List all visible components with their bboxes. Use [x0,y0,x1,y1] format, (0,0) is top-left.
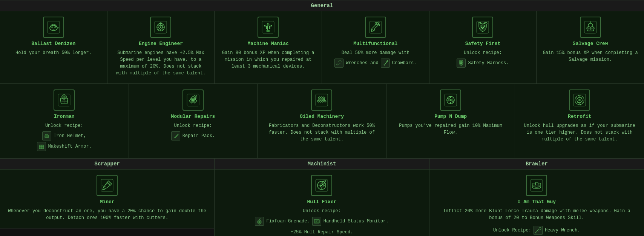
svg-point-12 [268,24,270,26]
talent-desc-multifunctional: Deal 50% more damage with Wrenches and C… [334,49,416,68]
section-brawler: Brawler I Am That Guy Inflict [429,159,644,236]
talent-name-retrofit: Retrofit [568,114,591,119]
svg-point-11 [267,24,268,26]
iron-helmet-label: Iron Helmet, [54,133,86,139]
safety-harness-label: Safety Harness. [468,60,509,66]
talent-desc-retrofit: Unlock hull upgrades as if your submarin… [521,122,638,143]
bottom-sections: Scrapper Miner Whenever you deconstruct … [0,159,644,236]
talent-desc-ballast-denizen: Hold your breath 50% longer. [15,49,92,56]
talent-desc-hull-fixer: Unlock recipe: Fixfoam Grenade, [255,208,388,236]
talent-icon-engine-engineer [150,17,171,38]
talent-name-hull-fixer: Hull Fixer [307,199,336,205]
svg-point-62 [539,186,540,187]
svg-point-34 [194,100,195,102]
talent-name-miner: Miner [100,199,115,205]
talent-icon-hull-fixer [311,175,332,196]
talent-miner[interactable]: Miner Whenever you deconstruct an ore, y… [0,170,214,228]
talent-desc-machine-maniac: Gain 80 bonus XP when completing a missi… [221,49,316,70]
section-header-scrapper: Scrapper [0,159,214,170]
talent-name-pump-n-dump: Pump N Dump [434,114,467,119]
talent-icon-ironman [54,89,75,111]
svg-point-22 [590,22,591,24]
talent-hull-fixer[interactable]: Hull Fixer Unlock recipe: Fixfoam Grenad… [215,170,429,236]
talent-desc-modular-repairs: Unlock recipe: Repair Pack. [171,122,215,140]
crowbar-icon [381,59,390,68]
talent-retrofit[interactable]: Retrofit Unlock hull upgrades as if your… [515,84,644,158]
talent-icon-safety-first [472,17,493,38]
talent-name-ironman: Ironman [54,114,75,119]
talent-name-ballast-denizen: Ballast Denizen [31,41,75,46]
svg-point-61 [534,186,535,187]
talent-engine-engineer[interactable]: Engine Engineer Submarine engines have +… [107,11,215,84]
talent-name-salvage-crew: Salvage Crew [573,41,608,46]
fixfoam-grenade-icon [255,217,264,226]
section-scrapper: Scrapper Miner Whenever you deconstruct … [0,159,215,236]
iron-helmet-icon [42,131,51,140]
talent-ballast-denizen[interactable]: Ballast Denizen Hold your breath 50% lon… [0,11,107,84]
talent-desc-oiled-machinery: Fabricators and Deconstructors work 50% … [264,122,380,143]
talent-ironman[interactable]: Ironman Unlock recipe: Iron Helmet, [0,84,129,158]
repair-pack-icon [171,131,180,140]
talent-icon-salvage-crew [580,17,601,38]
svg-rect-10 [266,30,270,32]
talent-icon-i-am-that-guy [526,175,547,196]
talent-modular-repairs[interactable]: Modular Repairs Unlock recipe: Repair Pa… [129,84,258,158]
wrench-label: Wrenches and [346,60,378,66]
section-machinist: Machinist Hull Fixer Unlock recipe: [215,159,429,236]
makeshift-armor-label: Makeshift Armor. [48,143,92,150]
talent-safety-first[interactable]: Safety First Unlock recipe: Safety Harne… [429,11,537,84]
talent-icon-miner [97,175,118,196]
fixfoam-grenade-label: Fixfoam Grenade, [266,218,310,225]
talent-desc-safety-first: Unlock recipe: Safety Harness. [457,49,509,68]
talent-name-oiled-machinery: Oiled Machinery [300,114,344,119]
talent-icon-oiled-machinery [311,89,332,111]
talent-name-engine-engineer: Engine Engineer [139,41,183,46]
repair-pack-label: Repair Pack. [182,133,215,139]
svg-line-63 [535,232,536,233]
talent-desc-engine-engineer: Submarine engines have +2.5% Max Speed p… [113,49,209,77]
talent-recipe-i-am-that-guy: Unlock Recipe: Heavy Wrench. [493,224,580,235]
talent-icon-pump-n-dump [440,89,461,111]
svg-line-15 [337,65,337,65]
talent-name-machine-maniac: Machine Maniac [248,41,289,46]
svg-point-41 [450,100,451,101]
svg-rect-54 [315,220,319,222]
talent-desc-miner: Whenever you deconstruct an ore, you hav… [6,208,208,221]
talent-i-am-that-guy[interactable]: I Am That Guy Inflict 20% more Blunt For… [429,170,644,236]
talent-desc-salvage-crew: Gain 15% bonus XP when completing a Salv… [543,49,638,63]
heavy-wrench-icon [534,226,543,235]
svg-point-4 [54,26,56,28]
svg-point-3 [51,26,53,28]
talent-name-safety-first: Safety First [465,41,501,46]
section-header-machinist: Machinist [215,159,429,170]
talent-icon-modular-repairs [182,89,204,111]
crowbar-label: Crowbars. [392,60,417,66]
talent-name-multifunctional: Multifunctional [353,41,397,46]
general-talent-row: Ballast Denizen Hold your breath 50% lon… [0,11,644,84]
svg-point-35 [192,98,194,99]
handheld-monitor-label: Handheld Status Monitor. [324,218,389,225]
talent-name-i-am-that-guy: I Am That Guy [518,199,556,205]
svg-point-28 [63,96,65,98]
talent-desc-ironman: Unlock recipe: Iron Helmet, [37,122,92,151]
talent-pump-n-dump[interactable]: Pump N Dump Pumps you've repaired gain 1… [386,84,515,158]
handheld-monitor-icon [312,217,321,226]
section-header-brawler: Brawler [429,159,644,170]
talent-desc-pump-n-dump: Pumps you've repaired gain 10% Maximum F… [393,122,509,136]
svg-point-52 [259,221,260,223]
general-talent-row2: Ironman Unlock recipe: Iron Helmet, [0,84,644,159]
recipe-pre-label: Unlock Recipe: [493,227,531,234]
talent-salvage-crew[interactable]: Salvage Crew Gain 15% bonus XP when comp… [537,11,644,84]
svg-point-33 [191,100,192,102]
talent-machine-maniac[interactable]: Machine Maniac Gain 80 bonus XP when com… [215,11,322,84]
talent-oiled-machinery[interactable]: Oiled Machinery Fabricators and Deconstr… [258,84,386,158]
svg-rect-0 [48,21,60,33]
hull-repair-speed-text: +25% Hull Repair Speed. [255,229,388,236]
heavy-wrench-label: Heavy Wrench. [545,227,580,234]
talent-icon-multifunctional [365,17,386,38]
talent-icon-retrofit [569,89,590,111]
section-header-general: General [0,0,644,11]
svg-point-45 [578,99,581,101]
talent-multifunctional[interactable]: Multifunctional Deal 50% more damage wit… [322,11,429,84]
talent-icon-machine-maniac [258,17,279,38]
